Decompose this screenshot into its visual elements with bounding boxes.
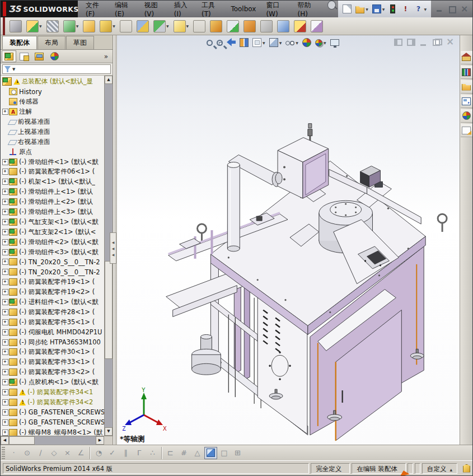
reference-geometry-icon[interactable]: ▼ [172, 18, 191, 34]
doc-close-icon[interactable] [446, 39, 454, 46]
tree-expander[interactable] [2, 159, 8, 165]
scroll-thumb[interactable] [9, 436, 35, 445]
menu-item[interactable]: 工具(T) [197, 0, 225, 20]
sep[interactable]: ▼ [118, 18, 134, 34]
custom-property-tag-icon[interactable] [463, 464, 470, 473]
tree-expander[interactable] [2, 269, 8, 275]
zoom-to-fit-icon[interactable] [205, 39, 214, 47]
tree-item[interactable]: History [2, 87, 104, 97]
zoom-to-area-icon[interactable] [216, 39, 224, 47]
dropdown-caret-icon[interactable]: ▼ [166, 24, 169, 28]
minimize-button[interactable] [435, 6, 443, 12]
scroll-left-button[interactable]: ◀ [1, 436, 9, 445]
exploded-view-icon[interactable]: ▼ [242, 18, 257, 34]
tree-filter-input[interactable]: ▼ [2, 64, 111, 74]
dropdown-caret-icon[interactable]: ▼ [382, 7, 385, 11]
scroll-up-button[interactable]: ▲ [105, 76, 113, 84]
collapse-right-pane-icon[interactable] [407, 39, 415, 46]
interference-detection-icon[interactable]: ▼ [275, 18, 291, 34]
view-settings-icon[interactable] [329, 38, 340, 47]
explode-line-sketch-icon[interactable]: ▼ [259, 18, 274, 34]
bill-of-materials-icon[interactable]: ▼ [225, 18, 241, 34]
scroll-right-button[interactable]: ▶ [96, 436, 104, 445]
previous-view-icon[interactable] [226, 37, 237, 48]
snap-button[interactable]: ◔ [92, 447, 105, 459]
tree-item[interactable]: (-) 滑动组件<2> (默认<默 [2, 237, 104, 247]
tree-item[interactable]: (-) GB_FASTENER_SCREWS_ [2, 407, 104, 417]
menu-item[interactable]: 帮助(H) [293, 0, 322, 20]
tree-item[interactable]: 右视基准面 [2, 137, 104, 147]
insert-component-icon[interactable]: ▼ [8, 18, 24, 34]
tree-expander[interactable] [2, 109, 8, 115]
tree-item[interactable]: (-) 箭翼装配零件30<1> ( [2, 347, 104, 357]
dropdown-caret-icon[interactable]: ▼ [186, 24, 189, 28]
snap-button[interactable]: △ [191, 447, 204, 459]
tree-expander[interactable] [2, 319, 8, 325]
help-icon[interactable]: ? ▼ [413, 3, 428, 15]
tree-item[interactable]: (-) 螺母M8_螺母M8<1> (默 [2, 427, 104, 436]
display-style-icon[interactable]: ▼ [268, 37, 283, 48]
tree-item[interactable]: (-) 箭翼装配零件34<2 [2, 398, 104, 408]
linear-component-pattern-icon[interactable]: ▼ [62, 18, 81, 34]
insert-from-file-icon[interactable]: ▼ [25, 18, 44, 34]
view-orientation-icon[interactable]: ▼ [251, 37, 266, 48]
filter-caret-icon[interactable]: ▼ [12, 67, 15, 72]
tree-expander[interactable] [2, 409, 8, 416]
tree-item[interactable]: (-) 箭翼装配零件33<1> ( [2, 357, 104, 367]
tree-item[interactable]: (-) 气缸支架2<1> (默认< [2, 227, 104, 237]
snap-button[interactable]: # [177, 447, 190, 459]
toolbar-grip[interactable] [2, 447, 5, 459]
menu-item[interactable]: 文件(F) [81, 0, 109, 20]
status-caret-icon[interactable]: ▲ [449, 468, 452, 472]
tree-expander[interactable] [2, 279, 8, 285]
assembly-features-icon[interactable]: ▼ [152, 18, 171, 34]
configurationmanager-tab[interactable] [32, 50, 46, 62]
doc-restore-icon[interactable] [433, 39, 441, 46]
save-icon[interactable]: ▼ [371, 3, 386, 15]
tree-expander[interactable] [2, 259, 8, 265]
menu-item[interactable]: 编辑(E) [110, 0, 139, 20]
snap-button[interactable] [204, 447, 217, 459]
tree-item[interactable]: (-) 箭翼装配零件33<2> ( [2, 367, 104, 377]
new-motion-study-icon[interactable]: ▼ [208, 18, 224, 34]
tree-item[interactable]: (-) 滑动组件上<1> (默认 [2, 187, 104, 197]
tree-expander[interactable] [2, 229, 8, 235]
scroll-down-button[interactable]: ▼ [105, 427, 113, 436]
snap-button[interactable]: ∥ [119, 447, 132, 459]
tree-item[interactable]: 原点 [2, 147, 104, 157]
snap-button[interactable]: × [61, 447, 74, 459]
tree-item[interactable]: (-) 箭翼装配零件06<1> ( [2, 167, 104, 177]
tree-item[interactable]: (-) 箭翼装配零件35<1> ( [2, 317, 104, 327]
snap-button[interactable]: ⊞ [231, 447, 244, 459]
tree-expander[interactable] [2, 289, 8, 295]
snap-button[interactable]: □ [218, 447, 231, 459]
tree-expander[interactable] [2, 309, 8, 315]
dropdown-caret-icon[interactable]: ▼ [39, 24, 42, 28]
snap-button[interactable]: · [7, 447, 20, 459]
isolate-icon[interactable]: ▼ [292, 18, 308, 34]
tree-item[interactable]: 传感器 [2, 97, 104, 107]
displaymanager-tab[interactable] [47, 50, 62, 62]
tree-item[interactable]: (-) 伺服电机 MHMD042P1U [2, 327, 104, 337]
dropdown-caret-icon[interactable]: ▼ [366, 7, 368, 11]
tree-expander[interactable] [2, 169, 8, 175]
snap-button[interactable]: ∴ [146, 447, 159, 459]
featuremanager-tree-tab[interactable] [2, 50, 16, 62]
interrupt-icon[interactable]: ! ▼ [400, 3, 411, 15]
snap-button[interactable]: ✓ [106, 447, 119, 459]
tree-expander[interactable] [2, 419, 8, 426]
take-snapshot-icon[interactable]: ▼ [309, 18, 325, 34]
smart-fasteners-icon[interactable]: ▼ [81, 18, 97, 34]
open-icon[interactable]: ▼ [354, 3, 369, 15]
tree-item[interactable]: (-) 箭翼装配零件19<1> ( [2, 277, 104, 287]
sep[interactable]: ▼ [191, 18, 207, 34]
dropdown-caret-icon[interactable]: ▼ [424, 7, 427, 11]
tree-item[interactable]: (-) 箭翼装配零件19<2> ( [2, 287, 104, 297]
tree-item[interactable]: (-) 进料组件<1> (默认<默 [2, 297, 104, 307]
tree-expander[interactable] [2, 179, 8, 185]
tree-item[interactable]: (-) 箭翼装配零件28<1> ( [2, 307, 104, 317]
dropdown-caret-icon[interactable]: ▼ [76, 24, 79, 28]
custom-properties-icon[interactable] [461, 124, 472, 137]
collapse-left-pane-icon[interactable] [394, 39, 402, 46]
propertymanager-tab[interactable] [17, 50, 31, 62]
